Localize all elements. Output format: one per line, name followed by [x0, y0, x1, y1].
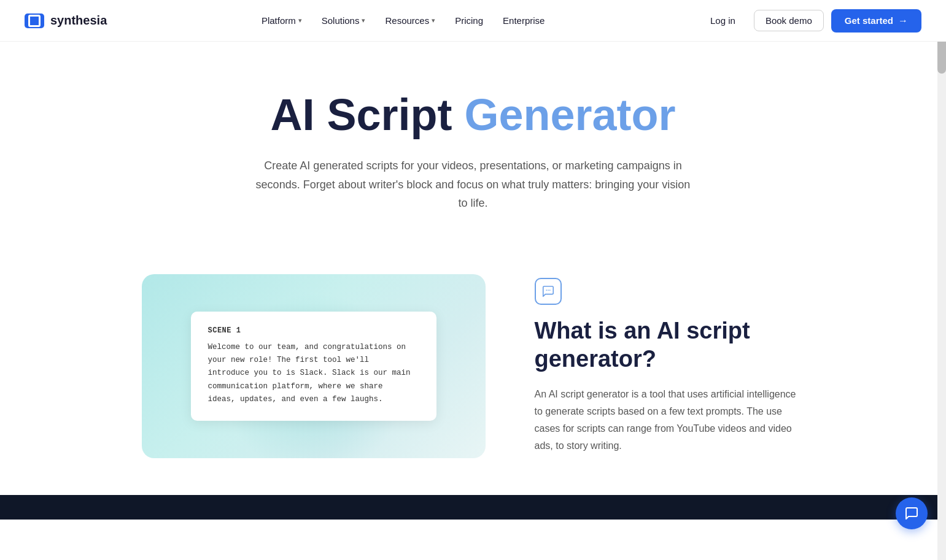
illustration-card: SCENE 1 Welcome to our team, and congrat… — [142, 274, 486, 458]
nav-actions: Log in Book demo Get started → — [699, 9, 921, 33]
logo-icon — [25, 13, 44, 28]
right-content: What is an AI script generator? An AI sc… — [535, 278, 805, 454]
scene-label: SCENE 1 — [208, 326, 419, 335]
login-button[interactable]: Log in — [699, 10, 746, 31]
nav-solutions[interactable]: Solutions ▾ — [313, 10, 374, 31]
nav-links: Platform ▾ Solutions ▾ Resources ▾ Prici… — [253, 10, 554, 31]
bottom-bar — [0, 495, 946, 520]
get-started-button[interactable]: Get started → — [831, 9, 921, 33]
navbar: synthesia Platform ▾ Solutions ▾ Resourc… — [0, 0, 946, 42]
script-card-text: Welcome to our team, and congratulations… — [208, 341, 419, 406]
script-card: SCENE 1 Welcome to our team, and congrat… — [191, 312, 436, 421]
chat-bubble-icon — [535, 278, 562, 305]
hero-title: AI Script Generator — [222, 91, 725, 139]
chevron-down-icon: ▾ — [432, 17, 435, 25]
content-section: SCENE 1 Welcome to our team, and congrat… — [105, 274, 842, 458]
what-title: What is an AI script generator? — [535, 317, 805, 373]
hero-subtitle: Create AI generated scripts for your vid… — [252, 156, 694, 213]
what-description: An AI script generator is a tool that us… — [535, 386, 805, 455]
nav-enterprise[interactable]: Enterprise — [494, 10, 553, 31]
nav-pricing[interactable]: Pricing — [446, 10, 492, 31]
nav-platform[interactable]: Platform ▾ — [253, 10, 311, 31]
book-demo-button[interactable]: Book demo — [754, 10, 824, 31]
logo-text: synthesia — [50, 13, 107, 28]
hero-section: AI Script Generator Create AI generated … — [197, 42, 750, 250]
nav-resources[interactable]: Resources ▾ — [376, 10, 444, 31]
chevron-down-icon: ▾ — [298, 17, 302, 25]
logo[interactable]: synthesia — [25, 13, 107, 28]
scrollbar-track[interactable] — [937, 0, 946, 520]
arrow-right-icon: → — [898, 15, 908, 26]
chevron-down-icon: ▾ — [362, 17, 365, 25]
